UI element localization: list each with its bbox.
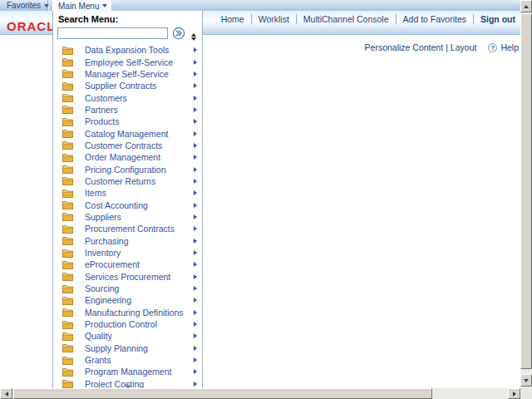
submenu-arrow-icon (194, 60, 197, 65)
menu-item-partners[interactable]: Partners (53, 104, 202, 116)
menu-item-employee-self-service[interactable]: Employee Self-Service (53, 56, 202, 67)
favorites-menu[interactable]: Favorites (0, 0, 48, 11)
submenu-arrow-icon (194, 274, 197, 279)
menu-item-label: Customers (85, 93, 194, 103)
menu-item-label: Suppliers (85, 212, 194, 222)
menu-item-catalog-management[interactable]: Catalog Management (53, 127, 202, 139)
folder-icon (62, 320, 73, 329)
menu-item-customers[interactable]: Customers (53, 91, 202, 103)
menu-item-label: Customer Contracts (85, 140, 194, 150)
menu-item-program-management[interactable]: Program Management (53, 366, 202, 377)
folder-icon (62, 176, 73, 185)
folder-icon (62, 379, 73, 388)
submenu-arrow-icon (194, 357, 197, 362)
submenu-arrow-icon (194, 262, 197, 267)
menu-item-label: Order Management (85, 152, 194, 162)
folder-icon (62, 81, 73, 91)
submenu-arrow-icon (194, 155, 197, 160)
menu-item-purchasing[interactable]: Purchasing (53, 235, 202, 247)
folder-icon (62, 356, 73, 365)
search-menu-label: Search Menu: (58, 14, 202, 24)
personalize-group: Personalize Content|Layout (365, 42, 477, 52)
menu-item-data-expansion-tools[interactable]: Data Expansion Tools (53, 44, 202, 56)
scroll-left-icon[interactable] (0, 388, 12, 399)
menu-item-sourcing[interactable]: Sourcing (53, 283, 202, 294)
scroll-up-icon[interactable] (520, 0, 532, 12)
horizontal-scrollbar[interactable] (0, 388, 520, 399)
folder-icon (62, 200, 73, 209)
link-separator (396, 14, 397, 24)
menu-item-customer-contracts[interactable]: Customer Contracts (53, 140, 202, 151)
menu-item-pricing-configuration[interactable]: Pricing Configuration (53, 163, 202, 175)
folder-icon (62, 93, 73, 102)
personalize-content-link[interactable]: Personalize Content (365, 42, 444, 52)
help-icon (488, 43, 497, 52)
submenu-arrow-icon (194, 346, 197, 351)
menu-item-services-procurement[interactable]: Services Procurement (53, 271, 202, 283)
folder-icon (62, 129, 73, 138)
scroll-down-icon[interactable] (520, 374, 532, 387)
submenu-arrow-icon (194, 190, 197, 195)
menu-resize-handle-icon[interactable] (191, 33, 196, 41)
help-link[interactable]: Help (488, 42, 519, 52)
link-separator (251, 14, 252, 24)
menu-item-inventory[interactable]: Inventory (53, 247, 202, 259)
submenu-arrow-icon (194, 47, 197, 52)
menu-item-eprocurement[interactable]: eProcurement (53, 259, 202, 270)
menu-item-label: Grants (85, 355, 194, 365)
menu-item-label: Cost Accounting (85, 200, 194, 210)
menu-item-label: Employee Self-Service (85, 57, 194, 67)
folder-icon (62, 236, 73, 245)
header-link-multichannel-console[interactable]: MultiChannel Console (303, 14, 389, 24)
menu-item-supply-planning[interactable]: Supply Planning (53, 342, 202, 354)
menu-item-engineering[interactable]: Engineering (53, 294, 202, 306)
main-menu-tab[interactable]: Main Menu (52, 0, 111, 12)
header-link-home[interactable]: Home (221, 14, 244, 24)
menu-item-procurement-contracts[interactable]: Procurement Contracts (53, 223, 202, 234)
menu-item-label: Quality (85, 331, 194, 341)
menu-search-input[interactable] (57, 27, 168, 39)
search-go-button[interactable] (172, 27, 185, 40)
menu-item-supplier-contracts[interactable]: Supplier Contracts (53, 80, 202, 91)
menu-item-label: Catalog Management (85, 129, 194, 139)
main-menu-dropdown: Search Menu: Data Expansion Tools (52, 11, 203, 392)
menu-item-grants[interactable]: Grants (53, 354, 202, 366)
submenu-arrow-icon (194, 298, 197, 303)
folder-icon (62, 69, 73, 78)
layout-link[interactable]: Layout (451, 42, 477, 52)
submenu-arrow-icon (194, 226, 197, 231)
vertical-scrollbar[interactable] (520, 0, 532, 388)
menu-item-order-management[interactable]: Order Management (53, 151, 202, 163)
menu-item-label: Services Procurement (85, 272, 194, 282)
submenu-arrow-icon (194, 250, 197, 255)
menu-item-label: Customer Returns (85, 176, 194, 186)
folder-icon (62, 343, 73, 352)
help-label: Help (500, 42, 519, 52)
menu-item-customer-returns[interactable]: Customer Returns (53, 175, 202, 187)
menu-item-label: Project Costing (85, 379, 194, 389)
menu-item-items[interactable]: Items (53, 187, 202, 199)
vertical-scrollbar-thumb[interactable] (520, 13, 532, 369)
scroll-right-icon[interactable] (508, 388, 520, 399)
submenu-arrow-icon (194, 143, 197, 148)
menu-item-label: Procurement Contracts (85, 224, 194, 234)
menu-item-label: Inventory (85, 248, 194, 258)
folder-icon (62, 260, 73, 269)
menu-item-production-control[interactable]: Production Control (53, 318, 202, 330)
header-link-sign-out[interactable]: Sign out (480, 14, 515, 24)
header-link-add-to-favorites[interactable]: Add to Favorites (403, 14, 466, 24)
menu-item-manufacturing-definitions[interactable]: Manufacturing Definitions (53, 307, 202, 318)
menu-item-label: Manufacturing Definitions (85, 308, 194, 318)
menu-item-products[interactable]: Products (53, 116, 202, 127)
menu-item-quality[interactable]: Quality (53, 330, 202, 342)
caret-down-icon (44, 4, 49, 7)
header-link-worklist[interactable]: Worklist (259, 14, 289, 24)
link-separator (296, 14, 297, 24)
header-links: HomeWorklistMultiChannel ConsoleAdd to F… (221, 14, 515, 24)
folder-icon (62, 367, 73, 377)
menu-item-manager-self-service[interactable]: Manager Self-Service (53, 68, 202, 80)
menu-item-suppliers[interactable]: Suppliers (53, 211, 202, 223)
horizontal-scrollbar-thumb[interactable] (13, 388, 432, 399)
menu-item-cost-accounting[interactable]: Cost Accounting (53, 199, 202, 210)
folder-icon (62, 105, 73, 114)
